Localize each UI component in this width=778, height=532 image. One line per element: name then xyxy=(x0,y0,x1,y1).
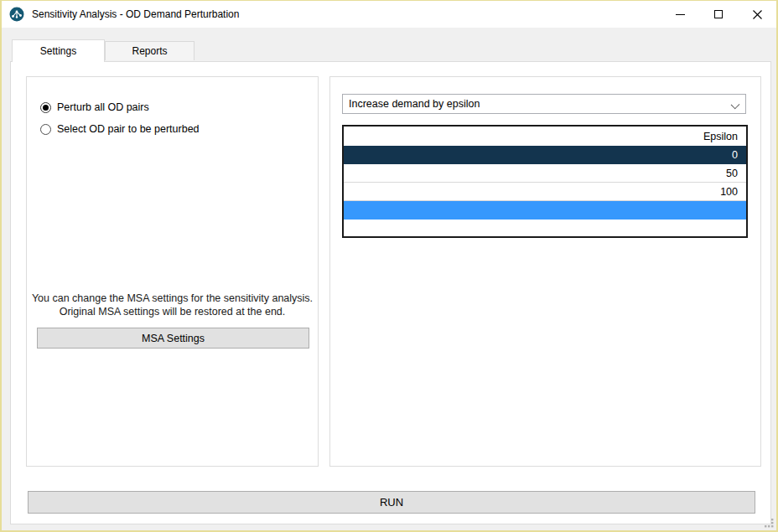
msa-note-line2: Original MSA settings will be restored a… xyxy=(27,305,318,318)
epsilon-cell: 50 xyxy=(726,168,738,179)
epsilon-cell: 100 xyxy=(720,186,738,198)
titlebar: Sensitivity Analysis - OD Demand Perturb… xyxy=(2,1,776,28)
epsilon-groupbox: Increase demand by epsilon Epsilon 0 50 … xyxy=(329,76,761,467)
network-icon xyxy=(9,7,24,22)
perturbation-mode-dropdown[interactable]: Increase demand by epsilon xyxy=(342,94,746,114)
table-row[interactable]: 100 xyxy=(344,183,746,201)
radio-select-od-pair[interactable]: Select OD pair to be perturbed xyxy=(40,122,200,136)
radio-select-od-label: Select OD pair to be perturbed xyxy=(57,123,200,135)
table-row-new[interactable] xyxy=(344,201,746,220)
perturbation-mode-value: Increase demand by epsilon xyxy=(349,98,480,110)
epsilon-cell: 0 xyxy=(732,149,738,161)
run-button[interactable]: RUN xyxy=(28,491,755,514)
chevron-down-icon xyxy=(731,101,740,110)
tab-settings-label: Settings xyxy=(40,45,76,57)
msa-note-line1: You can change the MSA settings for the … xyxy=(27,292,318,305)
tab-settings[interactable]: Settings xyxy=(12,39,105,62)
msa-settings-note: You can change the MSA settings for the … xyxy=(27,292,318,318)
epsilon-table: Epsilon 0 50 100 xyxy=(342,125,748,238)
perturb-options-groupbox: Perturb all OD pairs Select OD pair to b… xyxy=(26,76,319,467)
window-title: Sensitivity Analysis - OD Demand Perturb… xyxy=(32,8,239,20)
minimize-icon xyxy=(676,14,685,15)
app-window: Sensitivity Analysis - OD Demand Perturb… xyxy=(0,0,778,532)
close-icon xyxy=(753,10,762,19)
run-button-label: RUN xyxy=(380,496,403,509)
msa-settings-button[interactable]: MSA Settings xyxy=(37,328,309,349)
maximize-button[interactable] xyxy=(699,1,738,28)
radio-perturb-all-label: Perturb all OD pairs xyxy=(57,101,149,113)
caption-buttons xyxy=(661,1,776,28)
table-row[interactable]: 0 xyxy=(344,146,746,164)
msa-settings-button-label: MSA Settings xyxy=(142,333,205,344)
close-button[interactable] xyxy=(738,1,776,28)
tab-reports-label: Reports xyxy=(132,45,167,57)
settings-tab-page: Perturb all OD pairs Select OD pair to b… xyxy=(10,61,771,524)
table-row[interactable]: 50 xyxy=(344,164,746,183)
tab-reports[interactable]: Reports xyxy=(105,41,194,60)
radio-unselected-icon xyxy=(40,124,51,135)
radio-perturb-all-od-pairs[interactable]: Perturb all OD pairs xyxy=(40,101,149,114)
radio-selected-icon xyxy=(40,102,51,113)
maximize-icon xyxy=(714,10,723,18)
epsilon-column-header[interactable]: Epsilon xyxy=(344,127,746,146)
minimize-button[interactable] xyxy=(661,1,699,28)
